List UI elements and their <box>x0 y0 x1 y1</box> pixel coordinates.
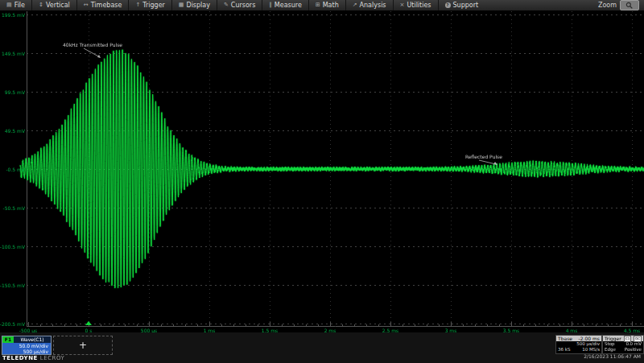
timebase-samples: 36 kS <box>558 347 570 353</box>
plus-icon: + <box>79 340 87 351</box>
trigger-label: Trigger <box>605 336 621 341</box>
timebase-scale: 500 µs/div <box>576 341 600 347</box>
y-axis-label: 49.5 mV <box>5 128 25 134</box>
timebase-rate: 10 MS/s <box>582 347 600 353</box>
vertical-scale: 50.0 mV/div <box>2 343 51 349</box>
trace-descriptor-f1[interactable]: F1 Wave(C1) 50.0 mV/div 500 µs/div <box>2 336 52 355</box>
oscilloscope-window: ▤ File ↕ Vertical ↔ Timebase ↑ Trigger ▦… <box>0 0 644 363</box>
trigger-type: Edge <box>605 347 616 353</box>
channel-badge: F1 <box>2 336 14 343</box>
trigger-slope: Positive <box>625 347 642 353</box>
y-axis-label: 149.5 mV <box>2 51 25 56</box>
brand-teledyne: TELEDYNE <box>2 355 38 361</box>
trigger-mode: Stop <box>605 341 615 347</box>
y-axis-label: -150.5 mV <box>0 283 25 288</box>
trace-source: Wave(C1) <box>14 336 51 343</box>
brand-lecroy: LECROY <box>40 355 64 361</box>
timebase-label: Tbase <box>558 336 572 341</box>
annotation-arrow-reflected <box>477 159 504 170</box>
y-axis-label: -50.5 mV <box>3 205 25 211</box>
descriptor-header: F1 Wave(C1) <box>2 336 51 343</box>
timebase-header: Tbase -2.00 ms <box>556 336 601 341</box>
trigger-level: 0.0 mV <box>625 341 642 347</box>
timebase-delay: -2.00 ms <box>579 336 600 341</box>
y-axis-label: 99.5 mV <box>5 89 25 95</box>
y-axis-label: -0.5 mV <box>6 167 25 172</box>
timebase-box[interactable]: Tbase -2.00 ms 500 µs/div 36 kS 10 MS/s <box>555 335 602 354</box>
trigger-header: Trigger C1 DC <box>603 336 643 341</box>
y-axis-label: -200.5 mV <box>0 321 25 327</box>
horizontal-scale: 500 µs/div <box>2 349 51 354</box>
timestamp: 2/16/2023 11:06:47 AM <box>584 353 641 359</box>
y-axis-label: -100.5 mV <box>0 244 25 250</box>
trigger-box[interactable]: Trigger C1 DC Stop 0.0 mV Edge Positive <box>602 335 644 354</box>
add-trace-button[interactable]: + <box>53 336 113 355</box>
annotation-arrow-transmitted <box>79 47 108 63</box>
brand-logo: TELEDYNELECROY <box>2 355 64 361</box>
bottom-status-bar: F1 Wave(C1) 50.0 mV/div 500 µs/div + Tba… <box>0 332 644 363</box>
y-axis-label: 199.5 mV <box>2 12 25 18</box>
